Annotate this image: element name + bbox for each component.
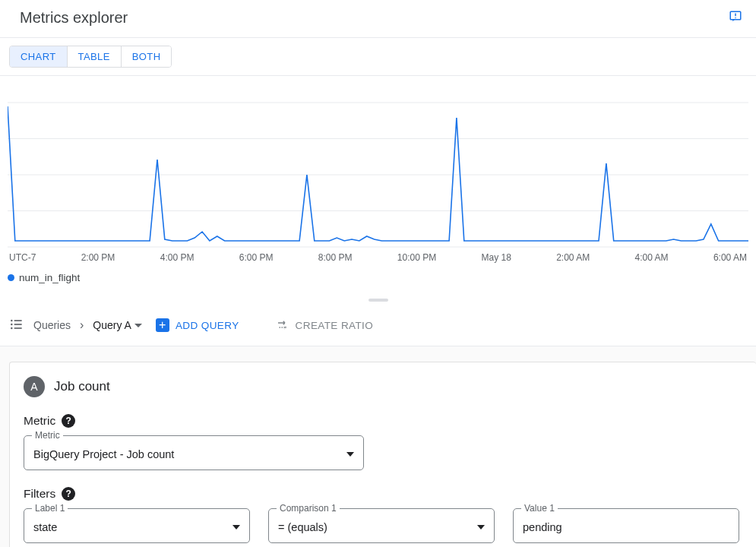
x-tick-label: 6:00 AM <box>713 252 747 263</box>
svg-point-12 <box>11 327 13 329</box>
tab-chart[interactable]: CHART <box>10 46 67 67</box>
svg-rect-13 <box>14 327 22 329</box>
chart-area: UTC-72:00 PM4:00 PM6:00 PM8:00 PM10:00 P… <box>0 76 756 267</box>
breadcrumb-root[interactable]: Queries <box>33 319 71 331</box>
filters-section-text: Filters <box>24 487 55 501</box>
chart-legend: num_in_flight <box>0 267 756 291</box>
chevron-right-icon: › <box>80 318 84 332</box>
chart-x-axis: UTC-72:00 PM4:00 PM6:00 PM8:00 PM10:00 P… <box>8 251 748 263</box>
current-query-label: Query A <box>93 319 131 331</box>
filter-label-value: state <box>33 521 57 533</box>
caret-down-icon <box>232 525 240 530</box>
x-tick-label: 2:00 PM <box>81 252 115 263</box>
feedback-icon[interactable] <box>729 10 742 27</box>
x-tick-label: 8:00 PM <box>318 252 353 263</box>
caret-down-icon <box>134 324 142 327</box>
create-ratio-label: CREATE RATIO <box>296 320 374 331</box>
panel-wrapper: A Job count Metric ? Metric BigQuery Pro… <box>0 346 756 547</box>
query-panel: A Job count Metric ? Metric BigQuery Pro… <box>9 362 756 547</box>
tab-both[interactable]: BOTH <box>121 46 172 67</box>
header: Metrics explorer <box>0 0 756 38</box>
add-query-label: ADD QUERY <box>176 320 239 331</box>
filter-label-select[interactable]: Label 1 state <box>24 508 250 543</box>
caret-down-icon <box>477 525 485 530</box>
plus-icon: + <box>156 318 169 332</box>
x-tick-label: 4:00 AM <box>635 252 669 263</box>
tab-table[interactable]: TABLE <box>67 46 121 67</box>
ratio-arrows-icon <box>276 318 289 332</box>
help-icon[interactable]: ? <box>62 414 75 428</box>
svg-rect-9 <box>14 320 22 321</box>
svg-point-8 <box>11 319 13 321</box>
filter-value-label: Value 1 <box>521 503 558 514</box>
resize-handle[interactable] <box>0 291 756 305</box>
panel-header: A Job count <box>24 376 742 397</box>
query-toolbar: Queries › Query A + ADD QUERY CREATE RAT… <box>0 305 756 346</box>
tab-group: CHART TABLE BOTH <box>9 46 172 68</box>
filter-label-label: Label 1 <box>32 503 68 514</box>
legend-series-name: num_in_flight <box>19 272 80 283</box>
filter-value-input[interactable]: Value 1 pending <box>513 508 739 543</box>
filter-comparison-label: Comparison 1 <box>277 503 340 514</box>
queries-list-icon[interactable] <box>9 317 24 334</box>
add-query-button[interactable]: + ADD QUERY <box>151 315 244 335</box>
panel-title: Job count <box>54 379 110 394</box>
filter-value-value: pending <box>523 521 562 533</box>
x-tick-label: 4:00 PM <box>160 252 195 263</box>
svg-point-2 <box>735 17 736 18</box>
filters-section-label: Filters ? <box>24 487 742 501</box>
filter-comparison-value: = (equals) <box>278 521 327 533</box>
view-tabs: CHART TABLE BOTH <box>0 38 756 76</box>
metric-field-value: BigQuery Project - Job count <box>33 448 174 460</box>
x-tick-label: UTC-7 <box>9 252 36 263</box>
help-icon[interactable]: ? <box>62 487 75 501</box>
filter-comparison-select[interactable]: Comparison 1 = (equals) <box>268 508 495 543</box>
metric-section-label: Metric ? <box>24 414 742 428</box>
svg-rect-11 <box>14 324 22 325</box>
create-ratio-button[interactable]: CREATE RATIO <box>271 315 378 335</box>
query-avatar: A <box>24 376 45 397</box>
legend-dot <box>8 274 14 281</box>
metric-section-text: Metric <box>24 414 55 428</box>
x-tick-label: May 18 <box>482 252 511 263</box>
x-tick-label: 10:00 PM <box>397 252 436 263</box>
page-title: Metrics explorer <box>20 9 128 27</box>
caret-down-icon <box>346 452 354 457</box>
chart[interactable] <box>8 99 748 251</box>
metric-select[interactable]: Metric BigQuery Project - Job count <box>24 435 364 470</box>
current-query-dropdown[interactable]: Query A <box>93 319 142 331</box>
x-tick-label: 2:00 AM <box>556 252 590 263</box>
metric-field-label: Metric <box>32 430 63 441</box>
svg-point-10 <box>11 323 13 325</box>
x-tick-label: 6:00 PM <box>239 252 274 263</box>
